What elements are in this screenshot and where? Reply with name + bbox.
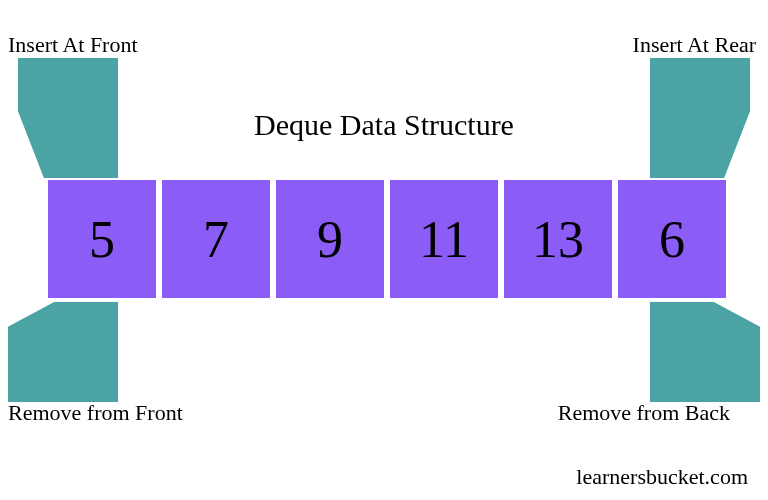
diagram-title: Deque Data Structure bbox=[254, 108, 514, 142]
label-remove-front: Remove from Front bbox=[8, 400, 183, 426]
deque-cell: 5 bbox=[48, 180, 156, 298]
deque-cell: 13 bbox=[504, 180, 612, 298]
watermark: learnersbucket.com bbox=[576, 464, 748, 490]
deque-cell: 11 bbox=[390, 180, 498, 298]
label-insert-front: Insert At Front bbox=[8, 32, 138, 58]
arrow-remove-front bbox=[8, 302, 118, 402]
arrow-remove-back bbox=[650, 302, 760, 402]
deque-cells: 5 7 9 11 13 6 bbox=[48, 180, 726, 298]
deque-cell: 9 bbox=[276, 180, 384, 298]
arrow-insert-rear bbox=[650, 58, 750, 178]
label-insert-rear: Insert At Rear bbox=[633, 32, 756, 58]
deque-cell: 6 bbox=[618, 180, 726, 298]
arrow-insert-front bbox=[18, 58, 118, 178]
deque-cell: 7 bbox=[162, 180, 270, 298]
label-remove-back: Remove from Back bbox=[558, 400, 730, 426]
